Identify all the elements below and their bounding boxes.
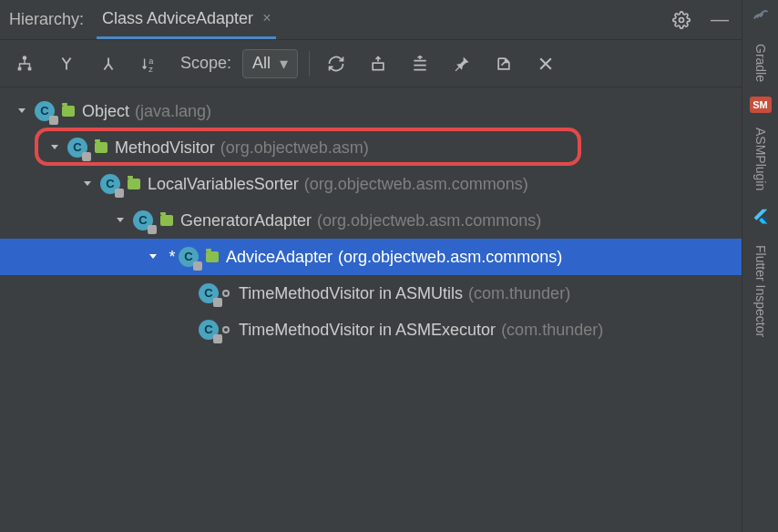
package-icon [62, 106, 75, 117]
bullet-icon [222, 290, 230, 297]
tree-row[interactable]: *CAdviceAdapter (org.objectweb.asm.commo… [0, 239, 742, 275]
package-icon [95, 142, 107, 153]
node-package: (org.objectweb.asm) [220, 130, 369, 165]
svg-text:z: z [148, 65, 153, 74]
gear-icon[interactable] [669, 11, 694, 29]
gradle-icon[interactable] [748, 4, 773, 29]
asm-icon[interactable]: SM [750, 97, 772, 113]
tree-row[interactable]: CTimeMethodVisitor in ASMUtils (com.thun… [0, 275, 742, 312]
sort-alpha-icon[interactable]: az [135, 48, 166, 79]
expander-icon[interactable] [16, 106, 35, 117]
class-hierarchy-icon[interactable] [9, 48, 40, 79]
right-tool-strip: Gradle SM ASMPlugin Flutter Inspector [742, 0, 778, 532]
scope-select[interactable]: All ▾ [242, 49, 298, 78]
package-icon [160, 215, 173, 226]
svg-rect-2 [18, 66, 22, 70]
svg-rect-6 [373, 63, 384, 70]
flutter-icon[interactable] [748, 205, 773, 230]
tree-row[interactable]: CGeneratorAdapter (org.objectweb.asm.com… [0, 202, 742, 239]
minimize-icon[interactable]: — [707, 9, 732, 30]
hierarchy-tree[interactable]: CObject (java.lang)CMethodVisitor (org.o… [0, 87, 742, 532]
autoscroll-source-icon[interactable] [363, 48, 394, 79]
tree-row[interactable]: CMethodVisitor (org.objectweb.asm) [0, 129, 742, 166]
class-icon: C [199, 320, 219, 340]
scope-value: All [252, 54, 271, 73]
pin-icon[interactable] [446, 48, 477, 79]
node-name: AdviceAdapter [226, 240, 333, 274]
expander-icon[interactable] [82, 179, 100, 189]
close-tab-icon[interactable]: × [262, 10, 271, 26]
sidebar-tab-flutter[interactable]: Flutter Inspector [752, 241, 770, 341]
class-icon: C [67, 138, 87, 158]
class-icon: C [100, 174, 120, 194]
asterisk-marker: * [166, 240, 179, 274]
svg-point-1 [23, 56, 27, 60]
class-icon: C [179, 247, 199, 267]
tab-advice-adapter[interactable]: Class AdviceAdapter × [97, 0, 276, 39]
bullet-icon [222, 326, 230, 333]
divider [309, 51, 310, 77]
expander-icon[interactable] [49, 142, 67, 153]
sidebar-tab-gradle[interactable]: Gradle [752, 40, 770, 86]
expand-all-icon[interactable] [404, 48, 435, 79]
node-name: MethodVisitor [115, 130, 215, 165]
tree-row[interactable]: CLocalVariablesSorter (org.objectweb.asm… [0, 166, 742, 202]
tab-label: Class AdviceAdapter [102, 9, 253, 28]
hierarchy-title: Hierarchy: [9, 10, 84, 29]
package-icon [128, 179, 140, 189]
package-icon [206, 251, 219, 262]
tree-row[interactable]: CTimeMethodVisitor in ASMExecutor (com.t… [0, 312, 742, 348]
svg-rect-3 [28, 66, 32, 70]
node-name: TimeMethodVisitor in ASMUtils [239, 276, 463, 311]
node-package: (org.objectweb.asm.commons) [304, 167, 528, 201]
node-name: GeneratorAdapter [180, 203, 312, 238]
node-package: (org.objectweb.asm.commons) [338, 240, 562, 274]
node-name: LocalVariablesSorter [148, 167, 299, 201]
chevron-down-icon: ▾ [280, 54, 288, 74]
tab-bar: Hierarchy: Class AdviceAdapter × — [0, 0, 742, 40]
toolbar: az Scope: All ▾ [0, 40, 742, 87]
tree-row[interactable]: CObject (java.lang) [0, 93, 742, 129]
node-package: (com.thunder) [501, 312, 603, 347]
refresh-icon[interactable] [321, 48, 352, 79]
class-icon: C [35, 101, 55, 121]
sidebar-tab-asmplugin[interactable]: ASMPlugin [752, 124, 770, 194]
subtypes-icon[interactable] [93, 48, 124, 79]
node-package: (org.objectweb.asm.commons) [317, 203, 541, 238]
node-package: (java.lang) [135, 94, 211, 128]
node-name: TimeMethodVisitor in ASMExecutor [239, 312, 496, 347]
class-icon: C [133, 210, 153, 230]
main-panel: Hierarchy: Class AdviceAdapter × — az Sc… [0, 0, 742, 532]
supertypes-icon[interactable] [51, 48, 82, 79]
node-name: Object [82, 94, 129, 128]
class-icon: C [199, 283, 219, 303]
expander-icon[interactable] [148, 251, 166, 262]
expander-icon[interactable] [115, 215, 133, 226]
export-icon[interactable] [488, 48, 519, 79]
node-package: (com.thunder) [468, 276, 570, 311]
svg-point-0 [680, 17, 684, 22]
close-icon[interactable] [530, 48, 561, 79]
scope-label: Scope: [180, 54, 231, 73]
